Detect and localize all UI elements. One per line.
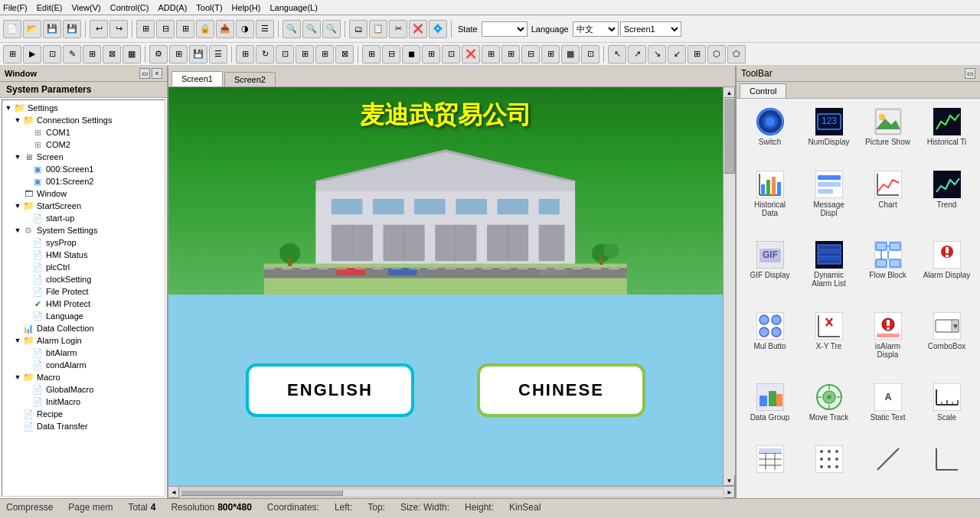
tree-item-startscreen[interactable]: ▼ 📁 StartScreen bbox=[13, 200, 163, 212]
tree-item-initmacro[interactable]: 📄 InitMacro bbox=[22, 396, 163, 408]
menu-add[interactable]: ADD(A) bbox=[158, 3, 187, 12]
tree-item-bitalarm[interactable]: 📄 bitAlarm bbox=[22, 347, 163, 359]
tools2[interactable]: 📋 bbox=[369, 20, 387, 38]
tb2-34[interactable]: ⊞ bbox=[688, 45, 706, 64]
menu-file[interactable]: File(F) bbox=[3, 3, 28, 12]
tab-screen1[interactable]: Screen1 bbox=[172, 71, 223, 86]
tb2-24[interactable]: ⊞ bbox=[482, 45, 500, 64]
tb2-31[interactable]: ↗ bbox=[628, 45, 646, 64]
tb2-28[interactable]: ▦ bbox=[561, 45, 580, 64]
tree-item-com2[interactable]: ⊞ COM2 bbox=[22, 138, 163, 151]
tree-item-alarmlogin[interactable]: ▼ 📁 Alarm Login bbox=[13, 334, 163, 347]
save-button[interactable]: 💾 bbox=[43, 20, 61, 38]
tree-item-fileprotect[interactable]: 📄 File Protect bbox=[22, 285, 163, 298]
tree-item-settings[interactable]: ▼ 📁 Settings bbox=[4, 102, 163, 114]
tree-item-hmiprotect[interactable]: ✔ HMI Protect bbox=[22, 298, 163, 310]
tb2-36[interactable]: ⬠ bbox=[727, 45, 746, 64]
tb2-2[interactable]: ▶ bbox=[23, 45, 41, 64]
right-panel-restore[interactable]: ▭ bbox=[965, 68, 975, 79]
tb2-7[interactable]: ▦ bbox=[122, 45, 141, 64]
tools5[interactable]: 💠 bbox=[429, 20, 447, 38]
ctrl-line[interactable] bbox=[861, 442, 915, 492]
undo-button[interactable]: ↩ bbox=[90, 20, 108, 38]
ctrl-table[interactable] bbox=[743, 442, 797, 492]
tree-item-clocksetting[interactable]: 📄 clockSetting bbox=[22, 273, 163, 285]
tb2-9[interactable]: ⊞ bbox=[169, 45, 188, 64]
tree-item-com1[interactable]: ⊞ COM1 bbox=[22, 126, 163, 138]
menu-language[interactable]: Language(L) bbox=[270, 3, 317, 12]
tb2-16[interactable]: ⊞ bbox=[315, 45, 334, 64]
tb2-20[interactable]: ◼ bbox=[402, 45, 420, 64]
tree-item-condalarm[interactable]: 📄 condAlarm bbox=[22, 359, 163, 371]
tree-area[interactable]: ▼ 📁 Settings ▼ 📁 Connection Settings ⊞ C… bbox=[2, 99, 165, 497]
ctrl-multi-button[interactable]: Mul Butto bbox=[743, 309, 797, 376]
align-button[interactable]: ☰ bbox=[256, 20, 274, 38]
ctrl-move-track[interactable]: Move Track bbox=[802, 380, 856, 438]
new-button[interactable]: 📄 bbox=[3, 20, 21, 38]
tb2-10[interactable]: 💾 bbox=[189, 45, 207, 64]
menu-help[interactable]: Help(H) bbox=[232, 3, 261, 12]
ctrl-angle[interactable] bbox=[920, 442, 974, 492]
tb2-17[interactable]: ⊠ bbox=[335, 45, 354, 64]
select-button[interactable]: ⊞ bbox=[136, 20, 155, 38]
multiselect-button[interactable]: ⊟ bbox=[156, 20, 175, 38]
ctrl-data-group[interactable]: Data Group bbox=[743, 380, 797, 438]
tb2-35[interactable]: ⬡ bbox=[707, 45, 726, 64]
tb2-19[interactable]: ⊟ bbox=[382, 45, 400, 64]
screen-combo[interactable]: Screen1 bbox=[620, 21, 681, 37]
redo-button[interactable]: ↪ bbox=[109, 20, 128, 38]
tools1[interactable]: 🗂 bbox=[349, 20, 368, 38]
ctrl-scale[interactable]: Scale bbox=[920, 380, 974, 438]
ctrl-combobox[interactable]: ComboBox bbox=[920, 309, 974, 376]
download-button[interactable]: 📥 bbox=[216, 20, 234, 38]
tb2-4[interactable]: ✎ bbox=[63, 45, 81, 64]
tree-item-startup[interactable]: 📄 start-up bbox=[22, 212, 163, 224]
ctrl-alarm-display[interactable]: Alarm Display bbox=[920, 238, 974, 305]
tree-item-syssettings[interactable]: ▼ ⚙ System Settings bbox=[13, 224, 163, 236]
zoom-in-button[interactable]: 🔍 bbox=[302, 20, 321, 38]
ctrl-message-displ[interactable]: Message Displ bbox=[802, 168, 856, 234]
contrast-button[interactable]: ◑ bbox=[236, 20, 254, 38]
tree-item-globalmacro[interactable]: 📄 GlobalMacro bbox=[22, 383, 163, 396]
tree-item-screen2[interactable]: ▣ 001:Screen2 bbox=[22, 175, 163, 187]
menu-edit[interactable]: Edit(E) bbox=[37, 3, 63, 12]
tb2-12[interactable]: ⊞ bbox=[236, 45, 254, 64]
tree-item-plcctrl[interactable]: 📄 plcCtrl bbox=[22, 261, 163, 273]
panel-close-btn[interactable]: × bbox=[152, 68, 162, 79]
ctrl-dynamic-alarm[interactable]: Dynamic Alarm List bbox=[802, 238, 856, 305]
english-button[interactable]: ENGLISH bbox=[246, 363, 414, 417]
tree-item-screen1[interactable]: ▣ 000:Screen1 bbox=[22, 163, 163, 175]
canvas-vscrollbar[interactable]: ▲ ▼ bbox=[723, 87, 735, 486]
tb2-23[interactable]: ❌ bbox=[462, 45, 480, 64]
open-button[interactable]: 📂 bbox=[23, 20, 41, 38]
chinese-button[interactable]: CHINESE bbox=[477, 363, 645, 417]
canvas-hscrollbar[interactable]: ◄ ► bbox=[168, 486, 735, 498]
panel-restore-btn[interactable]: ▭ bbox=[139, 68, 150, 79]
menu-view[interactable]: View(V) bbox=[71, 3, 100, 12]
tools4[interactable]: ❌ bbox=[409, 20, 427, 38]
menu-control[interactable]: Control(C) bbox=[110, 3, 149, 12]
tree-item-connection[interactable]: ▼ 📁 Connection Settings bbox=[13, 114, 163, 126]
tb2-29[interactable]: ⊡ bbox=[581, 45, 599, 64]
tools3[interactable]: ✂ bbox=[389, 20, 407, 38]
tb2-30[interactable]: ↖ bbox=[608, 45, 626, 64]
tb2-14[interactable]: ⊡ bbox=[276, 45, 294, 64]
tb2-6[interactable]: ⊠ bbox=[103, 45, 121, 64]
ctrl-gif-display[interactable]: GIF GIF Display bbox=[743, 238, 797, 305]
tb2-32[interactable]: ↘ bbox=[648, 45, 666, 64]
tree-item-language[interactable]: 📄 Language bbox=[22, 310, 163, 322]
tab-control[interactable]: Control bbox=[740, 83, 786, 98]
ctrl-historical-data[interactable]: Historical Data bbox=[743, 168, 797, 234]
language-combo[interactable]: 中文 bbox=[573, 21, 619, 37]
tb2-5[interactable]: ⊞ bbox=[83, 45, 101, 64]
tb2-21[interactable]: ⊞ bbox=[422, 45, 440, 64]
ctrl-numdisplay[interactable]: 123 NumDisplay bbox=[802, 105, 856, 163]
tree-item-sysprop[interactable]: 📄 sysProp bbox=[22, 236, 163, 249]
tb2-22[interactable]: ⊡ bbox=[442, 45, 460, 64]
tree-item-datatransfer[interactable]: 📄 Data Transfer bbox=[13, 420, 163, 432]
ctrl-dot-matrix[interactable] bbox=[802, 442, 856, 492]
zoom-out-button[interactable]: 🔍 bbox=[322, 20, 341, 38]
save-all-button[interactable]: 💾 bbox=[63, 20, 81, 38]
tree-item-hmistatus[interactable]: 📄 HMI Status bbox=[22, 249, 163, 261]
tree-item-screen[interactable]: ▼ 🖥 Screen bbox=[13, 151, 163, 163]
